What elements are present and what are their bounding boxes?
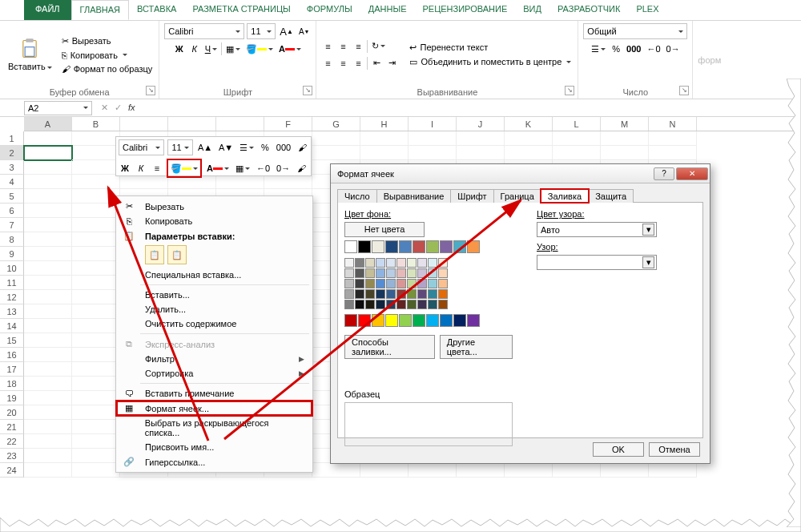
color-swatch[interactable]	[386, 279, 396, 288]
dlg-tab-font[interactable]: Шрифт	[450, 189, 493, 203]
color-swatch[interactable]	[376, 289, 385, 299]
mini-italic[interactable]: К	[135, 161, 147, 175]
cell[interactable]	[24, 319, 72, 333]
cell[interactable]	[72, 377, 120, 391]
cell[interactable]	[72, 175, 120, 189]
color-swatch[interactable]	[386, 268, 396, 278]
cell[interactable]	[24, 405, 72, 420]
row-header[interactable]: 23	[0, 449, 24, 463]
cell[interactable]	[24, 348, 72, 362]
cell[interactable]	[72, 131, 120, 146]
cell[interactable]	[24, 434, 72, 449]
color-swatch[interactable]	[344, 314, 357, 327]
format-painter-button[interactable]: 🖌Формат по образцу	[60, 63, 155, 75]
row-header[interactable]: 5	[0, 189, 24, 204]
dialog-titlebar[interactable]: Формат ячеек ? ✕	[331, 164, 710, 183]
color-swatch[interactable]	[396, 258, 406, 268]
row-header[interactable]: 22	[0, 434, 24, 449]
cell[interactable]	[24, 463, 72, 478]
grow-font-button[interactable]: A▲	[278, 24, 295, 38]
row-header[interactable]: 11	[0, 276, 24, 290]
mini-format-painter[interactable]: 🖌	[296, 140, 308, 155]
cell[interactable]	[72, 420, 120, 434]
cell[interactable]	[24, 247, 72, 261]
font-size-combo[interactable]: 11	[247, 23, 276, 39]
color-swatch[interactable]	[376, 268, 385, 278]
tab-formulas[interactable]: ФОРМУЛЫ	[299, 0, 360, 20]
color-swatch[interactable]	[407, 268, 417, 278]
cell[interactable]	[72, 348, 120, 362]
orientation-button[interactable]: ↻	[370, 39, 387, 54]
ctx-insert-comment[interactable]: 🗨Вставить примечание	[116, 386, 312, 401]
row-header[interactable]: 13	[0, 304, 24, 319]
color-swatch[interactable]	[358, 240, 371, 253]
mini-inc-dec[interactable]: ←0	[255, 161, 272, 175]
color-swatch[interactable]	[417, 300, 427, 309]
color-swatch[interactable]	[399, 240, 412, 253]
color-swatch[interactable]	[438, 300, 448, 309]
underline-button[interactable]: Ч	[203, 42, 219, 56]
col-header[interactable]: N	[649, 117, 697, 131]
color-swatch[interactable]	[399, 314, 412, 327]
color-swatch[interactable]	[438, 258, 448, 268]
mini-font-color[interactable]: A	[205, 161, 231, 175]
color-swatch[interactable]	[396, 279, 406, 288]
row-header[interactable]: 7	[0, 218, 24, 232]
color-swatch[interactable]	[417, 289, 427, 299]
decrease-decimal-button[interactable]: 0→	[665, 42, 682, 56]
color-swatch[interactable]	[396, 268, 406, 278]
color-swatch[interactable]	[438, 289, 448, 299]
row-header[interactable]: 16	[0, 348, 24, 362]
font-dialog-launcher[interactable]: ↘	[303, 86, 312, 95]
mini-percent[interactable]: %	[259, 140, 272, 155]
cell[interactable]	[457, 146, 505, 160]
row-header[interactable]: 9	[0, 247, 24, 261]
cell[interactable]	[24, 449, 72, 463]
mini-fill-color[interactable]: 🪣	[169, 161, 199, 175]
color-swatch[interactable]	[440, 314, 453, 327]
color-swatch[interactable]	[428, 300, 437, 309]
cell[interactable]	[457, 131, 505, 146]
formula-input[interactable]	[143, 101, 801, 115]
cell[interactable]	[409, 146, 457, 160]
color-swatch[interactable]	[413, 240, 425, 253]
color-swatch[interactable]	[440, 240, 453, 253]
cell[interactable]	[24, 261, 72, 276]
cell[interactable]	[24, 304, 72, 319]
color-swatch[interactable]	[355, 268, 364, 278]
row-header[interactable]: 1	[0, 131, 24, 146]
dialog-close-button[interactable]: ✕	[676, 167, 708, 180]
tab-plex[interactable]: PLEX	[628, 0, 666, 20]
cancel-formula-icon[interactable]: ✕	[101, 103, 108, 113]
cell[interactable]	[457, 463, 505, 478]
dlg-tab-border[interactable]: Граница	[493, 189, 541, 203]
cell[interactable]	[72, 319, 120, 333]
cell[interactable]	[24, 204, 72, 218]
ctx-cut[interactable]: ✂Вырезать	[116, 199, 312, 214]
color-swatch[interactable]	[344, 268, 354, 278]
copy-button[interactable]: ⎘Копировать	[60, 50, 155, 61]
col-header[interactable]: G	[312, 117, 360, 131]
ctx-format-cells[interactable]: ▦Формат ячеек...	[116, 401, 312, 416]
tab-view[interactable]: ВИД	[515, 0, 549, 20]
col-header[interactable]: K	[505, 117, 553, 131]
increase-decimal-button[interactable]: ←0	[645, 42, 662, 56]
color-swatch[interactable]	[438, 279, 448, 288]
comma-style-button[interactable]: 000	[625, 42, 642, 56]
color-swatch[interactable]	[386, 258, 396, 268]
color-swatch[interactable]	[453, 314, 466, 327]
cell[interactable]	[24, 377, 72, 391]
ctx-sort[interactable]: Сортировка▶	[116, 366, 312, 381]
no-color-button[interactable]: Нет цвета	[344, 222, 425, 237]
dlg-tab-fill[interactable]: Заливка	[541, 189, 589, 203]
align-right-button[interactable]: ≡	[352, 56, 364, 71]
color-swatch[interactable]	[355, 279, 364, 288]
cell[interactable]	[72, 204, 120, 218]
align-left-button[interactable]: ≡	[321, 56, 334, 71]
color-swatch[interactable]	[365, 300, 375, 309]
clipboard-dialog-launcher[interactable]: ↘	[146, 86, 155, 95]
color-swatch[interactable]	[344, 300, 354, 309]
dlg-tab-number[interactable]: Число	[337, 189, 377, 203]
color-swatch[interactable]	[376, 300, 385, 309]
row-header[interactable]: 14	[0, 319, 24, 333]
